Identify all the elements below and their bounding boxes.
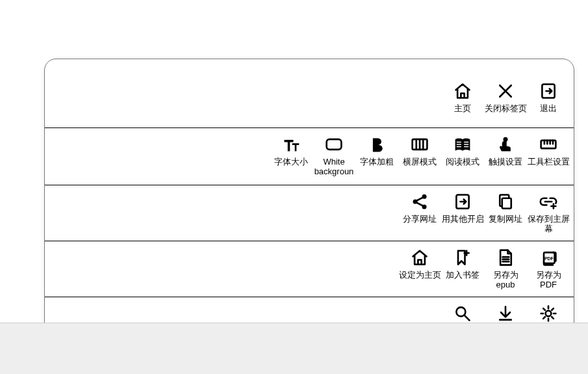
- download-button[interactable]: 下载: [484, 304, 527, 336]
- watermark: 什么值得买: [505, 351, 583, 370]
- open-with-icon: [453, 192, 472, 211]
- svg-rect-1: [327, 139, 342, 150]
- bold-button[interactable]: 字体加粗: [355, 135, 398, 167]
- svg-line-16: [417, 203, 423, 206]
- download-label: 下载: [497, 326, 514, 336]
- landscape-label: 横屏模式: [403, 157, 437, 167]
- save-pdf-label: 另存为 PDF: [527, 270, 570, 289]
- svg-line-30: [465, 315, 470, 321]
- set-homepage-label: 设定为主页: [399, 270, 441, 280]
- close-icon: [496, 81, 515, 101]
- touch-icon: [496, 135, 515, 154]
- copy-url-button[interactable]: 复制网址: [484, 192, 527, 224]
- save-pdf-button[interactable]: PDF 另存为 PDF: [527, 248, 570, 289]
- find-in-page-label: 页面中查找: [442, 326, 484, 336]
- home-label: 主页: [454, 103, 471, 113]
- landscape-button[interactable]: 横屏模式: [398, 135, 441, 167]
- save-homescreen-button[interactable]: 保存到主屏幕: [527, 192, 570, 234]
- copy-url-label: 复制网址: [489, 214, 522, 224]
- font-size-label: 字体大小: [274, 157, 308, 167]
- font-size-icon: [281, 135, 301, 154]
- reader-mode-label: 阅读模式: [446, 157, 479, 167]
- svg-point-33: [546, 311, 552, 317]
- home-icon: [410, 248, 429, 267]
- share-url-button[interactable]: 分享网址: [398, 192, 441, 224]
- landscape-icon: [410, 135, 429, 154]
- download-icon: [496, 304, 515, 323]
- white-bg-icon: [324, 135, 344, 154]
- home-button[interactable]: 主页: [441, 81, 484, 113]
- share-url-label: 分享网址: [403, 214, 437, 224]
- exit-icon: [539, 81, 558, 101]
- link-plus-icon: [539, 192, 558, 211]
- save-epub-label: 另存为 epub: [484, 270, 527, 289]
- bold-icon: [367, 135, 387, 154]
- svg-text:PDF: PDF: [544, 256, 554, 261]
- settings-button[interactable]: 设置: [527, 304, 570, 336]
- copy-icon: [496, 192, 515, 211]
- exit-label: 退出: [540, 103, 557, 113]
- close-tab-button[interactable]: 关闭标签页: [484, 81, 527, 113]
- panel-row-2: 字体大小 White backgroun 字体加粗 横屏模式 阅读模式 触摸设置: [45, 128, 574, 185]
- close-tab-label: 关闭标签页: [485, 103, 527, 113]
- gear-icon: [539, 304, 558, 323]
- add-bookmark-button[interactable]: 加入书签: [441, 248, 484, 280]
- bold-label: 字体加粗: [360, 157, 394, 167]
- svg-rect-18: [502, 198, 511, 209]
- search-icon: [453, 304, 472, 323]
- set-homepage-button[interactable]: 设定为主页: [398, 248, 441, 280]
- ruler-icon: [539, 135, 558, 154]
- touch-settings-button[interactable]: 触摸设置: [484, 135, 527, 167]
- toolbar-settings-label: 工具栏设置: [528, 157, 570, 167]
- panel-row-5: 页面中查找 下载 设置: [45, 297, 574, 354]
- open-with-button[interactable]: 用其他开启: [441, 192, 484, 224]
- settings-label: 设置: [540, 326, 557, 336]
- font-size-button[interactable]: 字体大小: [270, 135, 313, 167]
- panel-row-4: 设定为主页 加入书签 另存为 epub PDF 另存为 PDF: [45, 241, 574, 297]
- find-in-page-button[interactable]: 页面中查找: [441, 304, 484, 336]
- white-bg-label: White backgroun: [313, 157, 355, 176]
- pdf-icon: PDF: [539, 248, 558, 267]
- bookmark-plus-icon: [453, 248, 472, 267]
- touch-settings-label: 触摸设置: [489, 157, 522, 167]
- open-with-label: 用其他开启: [442, 214, 484, 224]
- save-homescreen-label: 保存到主屏幕: [527, 214, 570, 234]
- reader-mode-button[interactable]: 阅读模式: [441, 135, 484, 167]
- add-bookmark-label: 加入书签: [446, 270, 479, 280]
- svg-point-6: [504, 137, 508, 142]
- save-epub-button[interactable]: 另存为 epub: [484, 248, 527, 289]
- panel-row-1: 主页 关闭标签页 退出: [45, 59, 574, 128]
- white-bg-button[interactable]: White backgroun: [313, 135, 355, 176]
- share-icon: [410, 192, 429, 211]
- home-icon: [453, 81, 472, 101]
- exit-button[interactable]: 退出: [527, 81, 570, 113]
- toolbar-settings-button[interactable]: 工具栏设置: [527, 135, 570, 167]
- book-icon: [453, 135, 472, 154]
- panel-row-3: 分享网址 用其他开启 复制网址 保存到主屏幕: [45, 185, 574, 241]
- settings-panel: 主页 关闭标签页 退出 字体大小 White backgroun: [44, 59, 574, 354]
- document-icon: [496, 248, 515, 267]
- svg-line-15: [417, 198, 423, 200]
